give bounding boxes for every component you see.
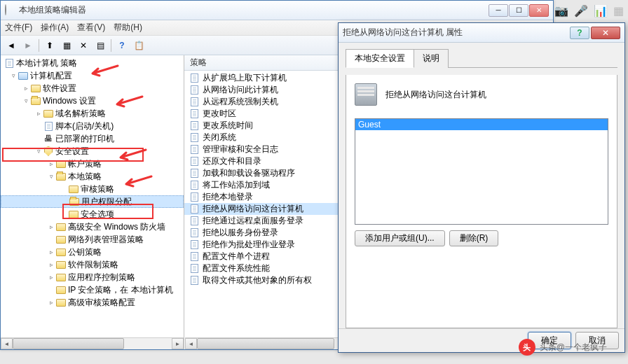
- policy-label: 更改时区: [203, 108, 236, 120]
- expander-icon[interactable]: ▿: [9, 72, 18, 79]
- tree-panel[interactable]: 本地计算机 策略 ▿ 计算机配置 ▹ 软件设置 ▿ Windows 设置: [1, 55, 184, 349]
- menu-action[interactable]: 操作(A): [41, 22, 69, 34]
- tree-app-control[interactable]: ▹ 应用程序控制策略: [1, 271, 184, 284]
- folder-icon: [30, 83, 41, 94]
- menu-view[interactable]: 查看(V): [77, 22, 105, 34]
- expander-icon[interactable]: ▹: [47, 261, 55, 268]
- button-label: 删除(R): [460, 233, 489, 243]
- menu-help[interactable]: 帮助(H): [114, 22, 142, 34]
- folder-icon: [68, 183, 79, 195]
- tabs: 本地安全设置 说明: [346, 48, 617, 68]
- tree-dns[interactable]: ▹ 域名解析策略: [1, 107, 184, 120]
- expander-icon[interactable]: ▿: [47, 173, 55, 180]
- tree-scripts[interactable]: 脚本(启动/关机): [1, 120, 184, 132]
- tab-local-security[interactable]: 本地安全设置: [346, 49, 414, 68]
- doc-icon: [43, 120, 54, 132]
- policy-label: 拒绝通过远程桌面服务登录: [203, 215, 303, 227]
- folder-icon: [55, 284, 67, 295]
- policy-label: 还原文件和目录: [203, 155, 261, 167]
- forward-button[interactable]: ►: [20, 38, 36, 53]
- policy-label: 加载和卸载设备驱动程序: [203, 167, 295, 179]
- dialog-help-button[interactable]: ?: [570, 27, 589, 39]
- tree-account-policies[interactable]: ▹ 帐户策略: [1, 158, 184, 170]
- doc-icon: [189, 192, 200, 203]
- expander-icon[interactable]: ▹: [47, 160, 55, 167]
- properties-button[interactable]: ▤: [93, 38, 108, 53]
- minimize-button[interactable]: ─: [489, 4, 508, 17]
- folder-icon: [55, 171, 67, 182]
- tree-public-key[interactable]: ▹ 公钥策略: [1, 246, 184, 258]
- expander-icon[interactable]: ▹: [47, 274, 55, 281]
- tree-security[interactable]: ▿ 安全设置: [1, 145, 184, 158]
- refresh-button[interactable]: 📋: [131, 38, 146, 53]
- policy-label: 配置文件系统性能: [203, 262, 270, 274]
- tree-label: 用户权限分配: [81, 196, 132, 208]
- background-toolbar: 📷 🎤 📊 ▦: [554, 4, 624, 18]
- expander-icon[interactable]: ▿: [22, 97, 30, 104]
- tree-label: 网络列表管理器策略: [68, 234, 144, 246]
- tree-computer-config[interactable]: ▿ 计算机配置: [1, 69, 184, 82]
- printer-icon: 🖶: [43, 133, 54, 144]
- help-button[interactable]: ?: [114, 38, 130, 53]
- doc-icon: [189, 263, 200, 274]
- server-icon: [355, 83, 377, 106]
- user-label: Guest: [358, 120, 381, 130]
- dialog-close-button[interactable]: ✕: [591, 27, 620, 39]
- doc-icon: [189, 275, 200, 286]
- grid-icon: ▦: [613, 4, 624, 18]
- doc-icon: [189, 73, 200, 84]
- scroll-track[interactable]: [13, 338, 172, 349]
- maximize-button[interactable]: ☐: [509, 4, 528, 17]
- policy-label: 管理审核和安全日志: [203, 144, 278, 155]
- expander-icon[interactable]: ▹: [47, 299, 55, 306]
- tab-explain[interactable]: 说明: [414, 49, 449, 68]
- tree-firewall[interactable]: ▹ 高级安全 Windows 防火墙: [1, 220, 184, 233]
- tree-label: 帐户策略: [68, 158, 102, 170]
- menu-file[interactable]: 文件(F): [5, 22, 32, 34]
- scroll-left-button[interactable]: ◄: [185, 338, 197, 349]
- tree-advanced-audit[interactable]: ▹ 高级审核策略配置: [1, 296, 184, 309]
- tree-network-list[interactable]: 网络列表管理器策略: [1, 233, 184, 246]
- policy-name: 拒绝从网络访问这台计算机: [385, 89, 486, 101]
- tree-windows-settings[interactable]: ▿ Windows 设置: [1, 94, 184, 107]
- policy-label: 拒绝从网络访问这台计算机: [203, 203, 303, 215]
- tree-ip-security[interactable]: IP 安全策略，在 本地计算机: [1, 284, 184, 296]
- expander-icon[interactable]: ▹: [47, 248, 55, 255]
- expander-icon[interactable]: ▹: [22, 85, 30, 92]
- tree-software[interactable]: ▹ 软件设置: [1, 82, 184, 94]
- scroll-right-button[interactable]: ►: [172, 338, 184, 349]
- tree-root[interactable]: 本地计算机 策略: [1, 57, 184, 69]
- tree-scrollbar[interactable]: ◄ ►: [1, 337, 184, 349]
- tree-security-options[interactable]: 安全选项: [1, 208, 184, 220]
- doc-icon: [189, 168, 200, 179]
- tree-printers[interactable]: 🖶 已部署的打印机: [1, 132, 184, 145]
- tree-label: 高级安全 Windows 防火墙: [68, 221, 165, 233]
- tab-label: 本地安全设置: [355, 53, 405, 63]
- policy-label: 关闭系统: [203, 132, 236, 144]
- tree-local-policies[interactable]: ▿ 本地策略: [1, 170, 184, 183]
- button-label: 添加用户或组(U)...: [365, 233, 435, 243]
- close-button[interactable]: ✕: [529, 4, 549, 17]
- user-item-guest[interactable]: Guest: [355, 119, 608, 130]
- expander-icon[interactable]: ▹: [34, 110, 43, 117]
- folder-icon: [69, 196, 80, 207]
- computer-icon: [18, 70, 29, 81]
- expander-icon[interactable]: ▿: [34, 148, 43, 155]
- tree-audit[interactable]: 审核策略: [1, 183, 184, 195]
- export-button[interactable]: ✕: [76, 38, 91, 53]
- tree-label: 安全设置: [55, 146, 89, 158]
- tree-user-rights[interactable]: 用户权限分配: [1, 195, 184, 208]
- folder-icon: [55, 272, 67, 283]
- user-list[interactable]: Guest: [355, 118, 608, 225]
- expander-icon[interactable]: ▹: [47, 223, 55, 230]
- add-user-button[interactable]: 添加用户或组(U)...: [355, 230, 445, 246]
- show-hide-button[interactable]: ▦: [59, 38, 74, 53]
- doc-icon: [189, 180, 200, 191]
- up-button[interactable]: ⬆: [42, 38, 57, 53]
- remove-button[interactable]: 删除(R): [449, 230, 499, 246]
- tree-software-restriction[interactable]: ▹ 软件限制策略: [1, 258, 184, 271]
- back-button[interactable]: ◄: [4, 38, 19, 53]
- folder-icon: [55, 234, 67, 245]
- shield-icon: [43, 146, 54, 157]
- scroll-left-button[interactable]: ◄: [1, 338, 13, 349]
